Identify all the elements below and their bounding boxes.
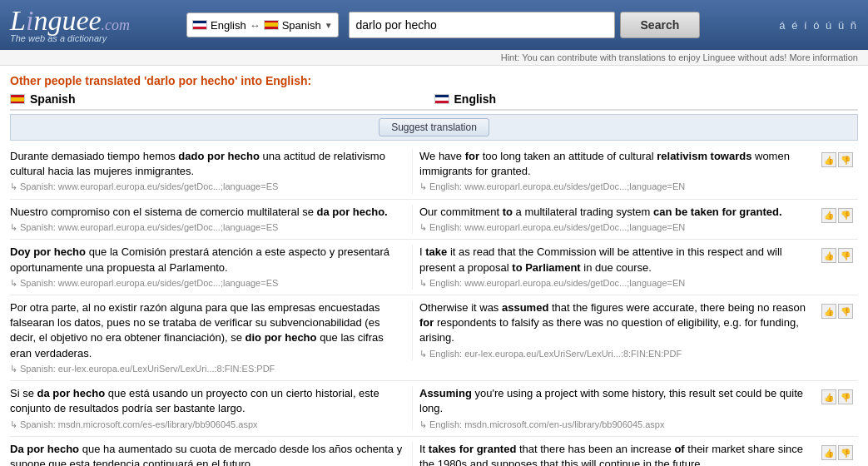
bold-match: for <box>419 316 434 329</box>
bold-match: Doy por hecho <box>10 245 86 258</box>
columns-header: Spanish English <box>10 92 858 111</box>
english-flag-icon <box>192 20 207 30</box>
arrow-icon: ↳ <box>10 181 17 193</box>
bold-match: relativism towards <box>657 150 751 162</box>
bold-match: Assuming <box>419 387 472 399</box>
translation-text: We have for too long taken an attitude o… <box>412 149 821 194</box>
thumbs-up-button[interactable]: 👍 <box>821 208 836 223</box>
table-row: Da por hecho que ha aumentado su cuota d… <box>10 437 858 466</box>
special-chars: á é í ó ú ü ñ <box>779 19 858 32</box>
thumbs-down-button[interactable]: 👎 <box>838 445 853 460</box>
thumbs-up-button[interactable]: 👍 <box>821 445 836 460</box>
logo-tagline: The web as a dictionary <box>10 33 107 43</box>
thumbs-up-button[interactable]: 👍 <box>821 304 836 319</box>
source-text: Da por hecho que ha aumentado su cuota d… <box>10 442 412 466</box>
source-link: ↳ English: www.europarl.europa.eu/sides/… <box>419 221 815 234</box>
language-selector[interactable]: English ↔ Spanish ▼ <box>186 12 339 37</box>
vote-buttons: 👍 👎 <box>821 386 858 404</box>
source-link: ↳ English: eur-lex.europa.eu/LexUriServ/… <box>419 348 815 360</box>
translation-text: Our commitment to a multilateral trading… <box>412 205 821 235</box>
source-text: Por otra parte, al no existir razón algu… <box>10 300 412 375</box>
suggest-translation-button[interactable]: Suggest translation <box>379 118 489 136</box>
arrow-icon: ↳ <box>419 419 427 431</box>
arrows-icon: ↔ <box>250 19 260 32</box>
vote-buttons: 👍 👎 <box>821 149 858 167</box>
source-text: Durante demasiado tiempo hemos dado por … <box>10 149 412 194</box>
source-link: ↳ English: www.europarl.europa.eu/sides/… <box>419 277 815 290</box>
main-content: Other people translated 'darlo por hecho… <box>0 66 868 466</box>
translation-text: It takes for granted that there has been… <box>412 442 821 466</box>
source-link: ↳ English: msdn.microsoft.com/en-us/libr… <box>419 419 815 431</box>
bold-match: dio por hecho <box>246 331 317 344</box>
search-input[interactable] <box>349 12 615 38</box>
source-link: ↳ Spanish: www.europarl.europa.eu/sides/… <box>10 221 405 234</box>
vote-buttons: 👍 👎 <box>821 245 858 263</box>
thumbs-up-button[interactable]: 👍 <box>821 152 836 167</box>
thumbs-down-button[interactable]: 👎 <box>838 389 853 404</box>
dropdown-arrow-icon: ▼ <box>325 21 333 30</box>
logo-text: Linguee.com <box>10 5 130 36</box>
bold-match: to Parliament <box>512 261 580 274</box>
arrow-icon: ↳ <box>10 221 17 234</box>
spanish-col-flag <box>10 94 25 104</box>
page-heading: Other people translated 'darlo por hecho… <box>10 66 858 92</box>
translation-text: Otherwise it was assumed that the figure… <box>412 300 821 360</box>
source-text: Doy por hecho que la Comisión prestará a… <box>10 245 412 290</box>
source-link: ↳ Spanish: www.europarl.europa.eu/sides/… <box>10 277 405 290</box>
vote-buttons: 👍 👎 <box>821 300 858 319</box>
logo-area: Linguee.com The web as a dictionary <box>10 7 176 43</box>
english-column-header: English <box>434 92 859 106</box>
thumbs-down-button[interactable]: 👎 <box>838 208 853 223</box>
bold-match: take <box>425 245 447 258</box>
bold-match: assumed <box>502 301 548 314</box>
bold-match: to <box>503 206 513 218</box>
bold-match: Da por hecho <box>10 443 79 455</box>
english-col-flag <box>434 94 449 104</box>
source-text: Nuestro compromiso con el sistema de com… <box>10 205 412 235</box>
translation-text: I take it as read that the Commission wi… <box>412 245 821 290</box>
bold-match: da por hecho <box>37 387 106 399</box>
thumbs-up-button[interactable]: 👍 <box>821 248 836 263</box>
arrow-icon: ↳ <box>10 363 17 375</box>
search-area: Search <box>349 12 770 38</box>
thumbs-down-button[interactable]: 👎 <box>838 152 853 167</box>
bold-match: da por hecho. <box>316 206 387 218</box>
thumbs-up-button[interactable]: 👍 <box>821 389 836 404</box>
bold-match: of <box>674 443 684 455</box>
lang-from-label: English <box>211 19 246 32</box>
arrow-icon: ↳ <box>419 221 427 234</box>
table-row: Durante demasiado tiempo hemos dado por … <box>10 144 858 200</box>
bold-match: can be taken for granted. <box>653 206 782 218</box>
hint-text: Hint: You can contribute with translatio… <box>501 52 858 62</box>
arrow-icon: ↳ <box>10 277 17 290</box>
spanish-flag-icon <box>264 20 279 30</box>
thumbs-down-button[interactable]: 👎 <box>838 304 853 319</box>
bold-match: takes for granted <box>429 443 516 455</box>
lang-to-label: Spanish <box>282 19 321 32</box>
english-col-label: English <box>454 92 497 106</box>
spanish-column-header: Spanish <box>10 92 434 106</box>
translation-text: Assuming you're using a project with som… <box>412 386 821 431</box>
vote-buttons: 👍 👎 <box>821 205 858 223</box>
table-row: Por otra parte, al no existir razón algu… <box>10 295 858 381</box>
source-link: ↳ Spanish: www.europarl.europa.eu/sides/… <box>10 181 405 193</box>
source-text: Si se da por hecho que está usando un pr… <box>10 386 412 431</box>
arrow-icon: ↳ <box>419 277 427 290</box>
source-link: ↳ English: www.europarl.europa.eu/sides/… <box>419 181 815 193</box>
table-row: Doy por hecho que la Comisión prestará a… <box>10 240 858 295</box>
arrow-icon: ↳ <box>419 348 427 360</box>
vote-buttons: 👍 👎 <box>821 442 858 460</box>
table-row: Si se da por hecho que está usando un pr… <box>10 381 858 437</box>
arrow-icon: ↳ <box>10 419 17 431</box>
spanish-col-label: Spanish <box>30 92 75 106</box>
header: Linguee.com The web as a dictionary Engl… <box>0 0 868 50</box>
thumbs-down-button[interactable]: 👎 <box>838 248 853 263</box>
arrow-icon: ↳ <box>419 181 427 193</box>
logo: Linguee.com <box>10 7 130 35</box>
search-button[interactable]: Search <box>620 12 701 38</box>
suggest-translation-row: Suggest translation <box>10 114 858 141</box>
source-link: ↳ Spanish: eur-lex.europa.eu/LexUriServ/… <box>10 363 405 375</box>
source-link: ↳ Spanish: msdn.microsoft.com/es-es/libr… <box>10 419 405 431</box>
bold-match: for <box>465 150 479 162</box>
hint-bar: Hint: You can contribute with translatio… <box>0 50 868 66</box>
